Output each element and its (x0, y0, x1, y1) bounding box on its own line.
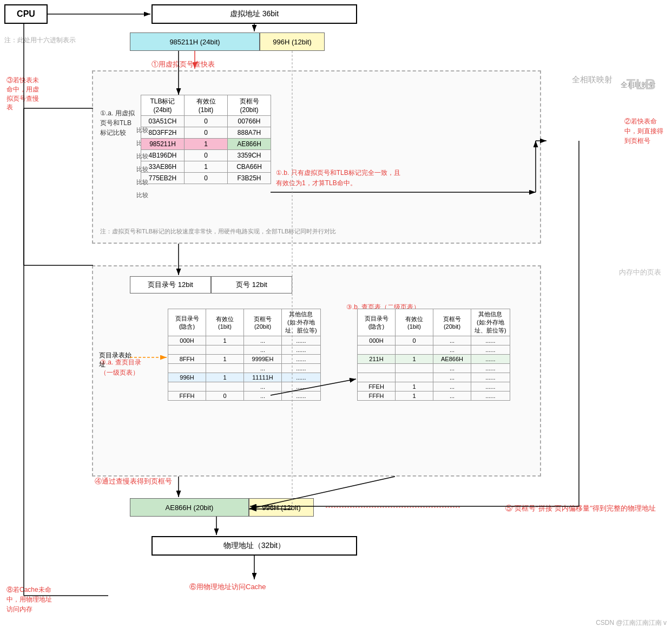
tlb-tag-4: 4B196DH (141, 150, 185, 161)
tlb-col-valid: 有效位(1bit) (185, 95, 228, 116)
tlb-row-1: 03A51CH 0 00766H (141, 116, 271, 127)
tlb-frame-3: AE866H (228, 139, 271, 150)
tlb-col-tag: TLB标记(24bit) (141, 95, 185, 116)
pt2-row-4: ......... (358, 364, 510, 373)
pt1-col-valid: 有效位(1bit) (206, 309, 244, 336)
pt-title: 内存中的页表 (619, 267, 661, 277)
tlb-row-3-match: 985211H 1 AE866H (141, 139, 271, 150)
tlb-frame-6: F3B25H (228, 173, 271, 184)
pt2-col-frame: 页框号(20bit) (433, 309, 471, 336)
pt2-row-5: ......... (358, 373, 510, 382)
step1a-label: ①.a. 用虚拟页号和TLB标记比较 (100, 108, 135, 138)
phys-part-frame: AE866H (20bit) (130, 498, 249, 517)
pt2-row-1: 000H0......... (358, 336, 510, 345)
tlb-col-frame: 页框号(20bit) (228, 95, 271, 116)
tlb-valid-2: 0 (185, 127, 228, 139)
physical-address-label: 物理地址（32bit） (223, 541, 285, 551)
pt1-table: 页目录号(隐含) 有效位(1bit) 页框号(20bit) 其他信息(如:外存地… (168, 309, 321, 401)
tlb-row-4: 4B196DH 0 3359CH (141, 150, 271, 161)
tlb-note: 注：虚拟页号和TLB标记的比较速度非常快，用硬件电路实现，全部TLB标记同时并行… (100, 227, 336, 236)
pt2-row-6: FFEH1......... (358, 382, 510, 391)
tlb-valid-1: 0 (185, 116, 228, 127)
tlb-valid-3: 1 (185, 139, 228, 150)
cpu-label: CPU (17, 9, 35, 19)
pt1-row-1: 000H1......... (168, 336, 321, 345)
physical-address-box: 物理地址（32bit） (151, 536, 357, 556)
step4-label: ④通过查慢表得到页框号 (95, 477, 172, 486)
step3-miss-label: ③若快表未命中，用虚拟页号查慢表 (6, 76, 44, 112)
tlb-tag-5: 33AE86H (141, 161, 185, 173)
tlb-valid-5: 1 (185, 161, 228, 173)
pt1-row-4: ......... (168, 364, 321, 373)
tlb-frame-4: 3359CH (228, 150, 271, 161)
virtual-address-label: 虚拟地址 36bit (230, 9, 279, 19)
pt1-row-3: 8FFH19999EH...... (168, 355, 321, 364)
csdn-label: CSDN @江南江南江南 v (596, 618, 667, 628)
phys-part-offset: 996H (12bit) (249, 498, 314, 517)
address-split: 985211H (24bit) 996H (12bit) (130, 32, 325, 51)
compare-6: 比较 (136, 188, 148, 201)
step6-label: ⑥用物理地址访问Cache (189, 582, 266, 592)
tlb-title: TLB (627, 76, 656, 93)
tlb-row-2: 8D3FF2H 0 888A7H (141, 127, 271, 139)
tlb-tag-1: 03A51CH (141, 116, 185, 127)
page-part-page: 页号 12bit (211, 276, 292, 293)
addr-part-offset: 996H (12bit) (260, 32, 325, 51)
cpu-box: CPU (4, 4, 48, 24)
step1-label: ①用虚拟页号查快表 (151, 60, 215, 69)
tlb-valid-4: 0 (185, 150, 228, 161)
note-hex: 注：此处用十六进制表示 (4, 36, 76, 45)
pt2-col-valid: 有效位(1bit) (396, 309, 433, 336)
tlb-table: TLB标记(24bit) 有效位(1bit) 页框号(20bit) 03A51C… (141, 95, 271, 184)
pt2-row-7: FFFH1......... (358, 391, 510, 401)
addr-part-virtual-page: 985211H (24bit) (130, 32, 260, 51)
pt1-col-idx: 页目录号(隐含) (168, 309, 206, 336)
tlb-valid-6: 0 (185, 173, 228, 184)
phys-split: AE866H (20bit) 996H (12bit) (130, 498, 314, 517)
pt1-row-5: 996H111111H...... (168, 373, 321, 382)
tlb-tag-3: 985211H (141, 139, 185, 150)
tlb-row-6: 775EB2H 0 F3B25H (141, 173, 271, 184)
step5-label: ⑤"页框号"拼接"页内偏移量"得到完整的物理地址 (505, 504, 656, 513)
tlb-row-5: 33AE86H 1 CBA66H (141, 161, 271, 173)
pt1-col-frame: 页框号(20bit) (244, 309, 282, 336)
virtual-address-box: 虚拟地址 36bit (151, 4, 357, 24)
pt2-col-other: 其他信息(如:外存地址、脏位等) (471, 309, 510, 336)
tlb-frame-1: 00766H (228, 116, 271, 127)
pd-start-label: 页目录表始址 (99, 351, 131, 369)
tlb-tag-2: 8D3FF2H (141, 127, 185, 139)
step2-label: ②若快表命中，则直接得到页框号 (624, 116, 668, 146)
step1b-label: ①.b. 只有虚拟页号和TLB标记完全一致，且有效位为1，才算TLB命中。 (276, 168, 400, 188)
page-part-dir: 页目录号 12bit (130, 276, 211, 293)
tlb-full-title: 全相联映射 (572, 75, 612, 85)
pt2-row-2: ......... (358, 345, 510, 355)
page-split: 页目录号 12bit 页号 12bit (130, 276, 292, 293)
diagram-container: CPU 虚拟地址 36bit 注：此处用十六进制表示 985211H (24bi… (0, 0, 672, 633)
tlb-frame-2: 888A7H (228, 127, 271, 139)
pt1-row-7: FFFH0......... (168, 391, 321, 401)
pt1-row-2: ......... (168, 345, 321, 355)
pt2-table: 页目录号(隐含) 有效位(1bit) 页框号(20bit) 其他信息(如:外存地… (357, 309, 510, 401)
step8-label: ⑧若Cache未命中，用物理地址访问内存 (6, 585, 55, 614)
pt2-row-3-match: 211H1AE866H...... (358, 355, 510, 364)
pt1-col-other: 其他信息(如:外存地址、脏位等) (282, 309, 321, 336)
pt1-row-6: ......... (168, 382, 321, 391)
tlb-tag-6: 775EB2H (141, 173, 185, 184)
pt2-col-idx: 页目录号(隐含) (358, 309, 396, 336)
tlb-frame-5: CBA66H (228, 161, 271, 173)
